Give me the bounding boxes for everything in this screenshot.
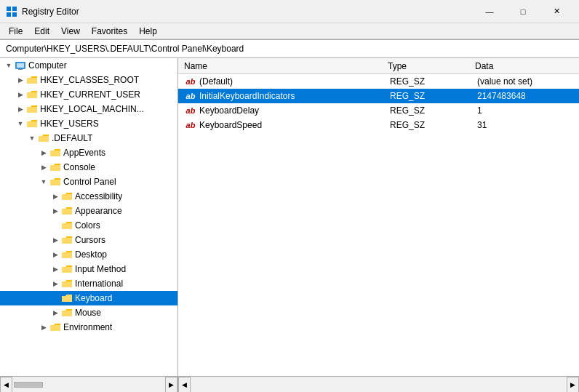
cell-type-default: REG_SZ xyxy=(390,76,477,87)
scroll-track-left[interactable] xyxy=(14,382,164,388)
expand-arrow-accessibility[interactable]: ▶ xyxy=(49,191,61,202)
close-button[interactable]: ✕ xyxy=(540,0,573,23)
cell-name-keyboarddelay: KeyboardDelay xyxy=(199,105,390,116)
tree-item-hkcr[interactable]: ▶ HKEY_CLASSES_ROOT xyxy=(0,73,177,87)
tree-item-desktop[interactable]: ▶ Desktop xyxy=(0,247,177,262)
row-initialkeyboard[interactable]: ab InitialKeyboardIndicators REG_SZ 2147… xyxy=(178,89,579,103)
expand-arrow-inputmethod[interactable]: ▶ xyxy=(49,263,61,275)
expand-arrow-environment[interactable]: ▶ xyxy=(38,321,49,333)
tree-item-hkcu[interactable]: ▶ HKEY_CURRENT_USER xyxy=(0,87,177,102)
bottom-scroll-area: ◀ ▶ ◀ ▶ xyxy=(0,376,579,392)
svg-rect-1 xyxy=(12,7,17,11)
scroll-track-right[interactable] xyxy=(192,382,565,388)
expand-arrow-default[interactable]: ▼ xyxy=(26,132,38,144)
folder-icon-environment xyxy=(49,322,61,332)
h-scroll-left[interactable]: ◀ ▶ xyxy=(0,377,178,392)
tree-item-colors[interactable]: Colors xyxy=(0,218,177,233)
scroll-btn-right2[interactable]: ◀ xyxy=(178,377,191,393)
window-title: Registry Editor xyxy=(22,7,473,17)
col-header-type: Type xyxy=(388,61,475,71)
h-scroll-right[interactable]: ◀ ▶ xyxy=(178,377,579,392)
tree-item-mouse[interactable]: ▶ Mouse xyxy=(0,305,177,320)
expand-arrow-mouse[interactable]: ▶ xyxy=(49,307,61,319)
cell-type-initialkeyboard: REG_SZ xyxy=(390,91,477,101)
scroll-btn-left[interactable]: ◀ xyxy=(0,377,12,392)
tree-item-international[interactable]: ▶ International xyxy=(0,276,177,291)
tree-item-appearance[interactable]: ▶ Appearance xyxy=(0,204,177,218)
reg-icon-default: ab xyxy=(184,76,197,87)
tree-item-accessibility[interactable]: ▶ Accessibility xyxy=(0,189,177,204)
reg-icon-keyboarddelay: ab xyxy=(184,105,197,116)
expand-arrow-computer[interactable]: ▼ xyxy=(3,60,15,71)
expand-arrow-international[interactable]: ▶ xyxy=(49,278,61,289)
folder-icon-colors xyxy=(61,220,73,231)
address-path: Computer\HKEY_USERS\.DEFAULT\Control Pan… xyxy=(6,44,244,54)
tree-panel: ▼ Computer ▶ HKEY_CLASSES_ROOT xyxy=(0,58,178,376)
row-default[interactable]: ab (Default) REG_SZ (value not set) xyxy=(178,74,579,89)
tree-label-hkcr: HKEY_CLASSES_ROOT xyxy=(40,75,139,85)
tree-scroll[interactable]: ▼ Computer ▶ HKEY_CLASSES_ROOT xyxy=(0,58,177,376)
tree-item-console[interactable]: ▶ Console xyxy=(0,160,177,175)
menu-favorites[interactable]: Favorites xyxy=(86,25,133,38)
expand-arrow-desktop[interactable]: ▶ xyxy=(49,249,61,260)
expand-arrow-appevents[interactable]: ▶ xyxy=(38,147,49,159)
col-header-name: Name xyxy=(184,61,388,71)
svg-rect-6 xyxy=(18,69,23,70)
tree-label-appearance: Appearance xyxy=(75,206,122,216)
tree-item-appevents[interactable]: ▶ AppEvents xyxy=(0,145,177,160)
window-controls: — □ ✕ xyxy=(473,0,573,23)
tree-label-computer: Computer xyxy=(28,60,67,71)
cell-type-keyboarddelay: REG_SZ xyxy=(390,105,477,116)
scroll-btn-right[interactable]: ▶ xyxy=(165,377,177,392)
scroll-thumb-left[interactable] xyxy=(14,382,43,388)
folder-icon-accessibility xyxy=(61,191,73,201)
reg-icon-keyboardspeed: ab xyxy=(184,120,197,130)
folder-icon-mouse xyxy=(61,308,73,318)
folder-icon-appevents xyxy=(49,148,61,158)
minimize-button[interactable]: — xyxy=(473,0,506,23)
tree-label-console: Console xyxy=(63,162,95,172)
tree-item-cursors[interactable]: ▶ Cursors xyxy=(0,233,177,247)
folder-icon-cursors xyxy=(61,235,73,245)
cell-data-default: (value not set) xyxy=(477,76,573,87)
expand-arrow-hku[interactable]: ▼ xyxy=(15,118,26,129)
tree-label-appevents: AppEvents xyxy=(63,148,105,158)
menu-view[interactable]: View xyxy=(55,25,86,38)
menu-file[interactable]: File xyxy=(3,25,28,38)
tree-item-hklm[interactable]: ▶ HKEY_LOCAL_MACHIN... xyxy=(0,102,177,116)
expand-arrow-hkcr[interactable]: ▶ xyxy=(15,74,26,86)
cell-data-keyboardspeed: 31 xyxy=(477,120,573,130)
scroll-btn-right3[interactable]: ▶ xyxy=(567,377,579,393)
tree-item-default[interactable]: ▼ .DEFAULT xyxy=(0,131,177,145)
expand-arrow-hklm[interactable]: ▶ xyxy=(15,103,26,115)
svg-rect-2 xyxy=(7,12,11,17)
expand-arrow-appearance[interactable]: ▶ xyxy=(49,205,61,217)
tree-label-hklm: HKEY_LOCAL_MACHIN... xyxy=(40,104,144,114)
tree-label-international: International xyxy=(75,279,123,289)
menu-edit[interactable]: Edit xyxy=(28,25,55,38)
folder-icon-international xyxy=(61,279,73,289)
folder-icon-appearance xyxy=(61,206,73,216)
folder-icon-hkcr xyxy=(26,75,38,85)
menu-help[interactable]: Help xyxy=(133,25,163,38)
tree-label-hku: HKEY_USERS xyxy=(40,119,99,129)
tree-item-environment[interactable]: ▶ Environment xyxy=(0,320,177,335)
cell-type-keyboardspeed: REG_SZ xyxy=(390,120,477,130)
tree-label-colors: Colors xyxy=(75,220,100,231)
tree-item-inputmethod[interactable]: ▶ Input Method xyxy=(0,262,177,276)
tree-item-keyboard[interactable]: Keyboard xyxy=(0,291,177,305)
expand-arrow-controlpanel[interactable]: ▼ xyxy=(38,176,49,188)
expand-arrow-hkcu[interactable]: ▶ xyxy=(15,89,26,100)
expand-arrow-cursors[interactable]: ▶ xyxy=(49,234,61,246)
tree-label-desktop: Desktop xyxy=(75,249,107,260)
main-content: ▼ Computer ▶ HKEY_CLASSES_ROOT xyxy=(0,58,579,376)
tree-item-computer[interactable]: ▼ Computer xyxy=(0,58,177,73)
tree-item-controlpanel[interactable]: ▼ Control Panel xyxy=(0,175,177,189)
row-keyboardspeed[interactable]: ab KeyboardSpeed REG_SZ 31 xyxy=(178,118,579,132)
maximize-button[interactable]: □ xyxy=(506,0,540,23)
row-keyboarddelay[interactable]: ab KeyboardDelay REG_SZ 1 xyxy=(178,103,579,118)
tree-item-hku[interactable]: ▼ HKEY_USERS xyxy=(0,116,177,131)
expand-arrow-console[interactable]: ▶ xyxy=(38,161,49,173)
detail-rows: ab (Default) REG_SZ (value not set) ab I… xyxy=(178,74,579,376)
address-bar: Computer\HKEY_USERS\.DEFAULT\Control Pan… xyxy=(0,39,579,58)
